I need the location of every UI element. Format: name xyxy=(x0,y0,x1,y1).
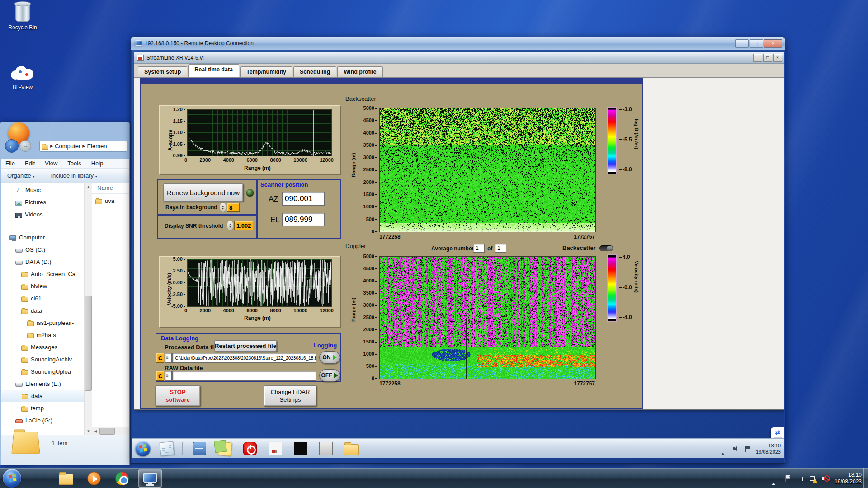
raw-path-browse-icon[interactable]: ⌸ xyxy=(165,371,172,381)
raw-logging-off-button[interactable]: OFF xyxy=(319,369,340,382)
menu-item[interactable]: Edit xyxy=(25,160,35,167)
tree-item-data-e[interactable]: data xyxy=(1,390,84,402)
tree-item-lacie-g[interactable]: LaCie (G:) xyxy=(1,414,84,427)
tree-item-pictures[interactable]: Pictures xyxy=(1,196,84,208)
remote-power-button[interactable] xyxy=(240,441,260,457)
ascope-plot[interactable] xyxy=(187,109,332,156)
menu-item[interactable]: File xyxy=(5,160,15,167)
tree-item-blview[interactable]: blview xyxy=(1,280,84,292)
breadcrumb-computer[interactable]: Computer xyxy=(55,143,80,150)
scroll-left-icon[interactable]: ◀ xyxy=(92,427,99,435)
remote-sticky-notes-button[interactable] xyxy=(215,441,235,457)
tree-item-cl61[interactable]: cl61 xyxy=(1,292,84,305)
remote-taskbar-divider[interactable] xyxy=(182,442,184,455)
backscatter-toggle[interactable] xyxy=(599,245,613,251)
tray-expand-arrow-icon[interactable] xyxy=(771,475,778,482)
organize-menu-button[interactable]: Organize ▾ xyxy=(7,172,34,179)
restart-processed-file-button[interactable]: Restart processed file xyxy=(214,340,277,352)
action-center-flag-icon[interactable] xyxy=(744,445,751,452)
tree-item-m2hats[interactable]: m2hats xyxy=(1,329,84,341)
menu-item[interactable]: Help xyxy=(91,160,104,167)
tab-system-setup[interactable]: System setup xyxy=(138,66,187,77)
remote-command-prompt-button[interactable] xyxy=(291,441,311,457)
remote-notepad-button[interactable] xyxy=(157,441,177,457)
tree-spacer[interactable] xyxy=(1,221,84,231)
stop-software-button[interactable]: STOPsoftware xyxy=(155,385,200,406)
scroll-down-icon[interactable]: ▼ xyxy=(85,427,92,435)
start-button[interactable] xyxy=(3,469,21,488)
raw-drive-selector[interactable]: C xyxy=(156,371,164,381)
address-bar[interactable]: ▶ Computer ▶ Elemen xyxy=(39,141,127,152)
tree-item-soundingupload[interactable]: SoundingUploa xyxy=(1,366,84,378)
scrollbar-thumb[interactable] xyxy=(99,428,115,435)
rays-value-field[interactable]: 8 xyxy=(227,203,240,212)
backscatter-heatmap[interactable] xyxy=(379,108,596,232)
menu-item[interactable]: Tools xyxy=(67,160,81,167)
raw-path-field[interactable] xyxy=(172,371,316,381)
breadcrumb-elements[interactable]: Elemen xyxy=(87,143,107,150)
snr-value-field[interactable]: 1.002 xyxy=(234,221,253,230)
taskbar-chrome-button[interactable] xyxy=(110,469,134,488)
average-number-field[interactable]: 1 xyxy=(473,244,485,253)
tree-item-temp[interactable]: temp xyxy=(1,402,84,414)
tree-item-messages[interactable]: Messages xyxy=(1,341,84,353)
rays-spinner[interactable]: ▲▼ xyxy=(220,202,226,212)
change-lidar-settings-button[interactable]: Change LiDARSettings xyxy=(264,385,316,406)
recycle-bin-desktop-icon[interactable]: Recycle Bin xyxy=(4,4,42,31)
tree-item-data-d[interactable]: DATA (D:) xyxy=(1,256,84,268)
taskbar-clock[interactable]: 18:10 16/08/2023 xyxy=(835,472,862,485)
processed-drive-selector[interactable]: C xyxy=(156,353,164,363)
tree-scrollbar[interactable]: ▲ ▼ xyxy=(84,183,92,435)
remote-start-button[interactable] xyxy=(135,441,151,456)
taskbar-internet-explorer-button[interactable] xyxy=(26,469,50,488)
bl-view-desktop-icon[interactable]: BL-View xyxy=(4,62,42,90)
close-button[interactable]: × xyxy=(764,39,782,48)
renew-background-button[interactable]: Renew background now xyxy=(163,183,243,202)
tree-item-data[interactable]: data xyxy=(1,305,84,317)
volume-icon[interactable] xyxy=(732,445,740,452)
tree-item-soundingarchive[interactable]: SoundingArchiv xyxy=(1,353,84,366)
tree-item-auto-screen-ca[interactable]: Auto_Screen_Ca xyxy=(1,268,84,280)
taskbar-explorer-button[interactable] xyxy=(54,469,78,488)
processed-logging-on-button[interactable]: ON xyxy=(319,351,340,364)
menu-item[interactable]: View xyxy=(45,160,57,167)
tree-item-music[interactable]: Music xyxy=(1,184,84,196)
tab-temp-humidity[interactable]: Temp/humidity xyxy=(240,66,292,77)
processed-path-field[interactable]: C:\Lidar\Data\Proc\2023\202308\20230816\… xyxy=(172,353,316,363)
minimize-button[interactable]: – xyxy=(753,54,762,62)
volume-muted-icon[interactable] xyxy=(822,475,829,482)
remote-control-panel-button[interactable] xyxy=(189,441,209,457)
rdp-title-bar[interactable]: 192.168.0.150 - Remote Desktop Connectio… xyxy=(131,37,785,50)
forward-button[interactable]: → xyxy=(19,140,31,152)
back-button[interactable]: ← xyxy=(5,139,19,153)
tree-item-iss1-purpleair[interactable]: iss1-purpleair- xyxy=(1,317,84,329)
file-list-hscrollbar[interactable]: ◀ xyxy=(92,427,129,435)
scrollbar-thumb[interactable] xyxy=(85,296,92,391)
remote-labview-xr-button[interactable] xyxy=(265,441,285,457)
maximize-button[interactable]: □ xyxy=(750,39,763,48)
network-warning-icon[interactable] xyxy=(809,475,816,482)
processed-path-browse-icon[interactable]: ⌸ xyxy=(165,353,172,363)
close-button[interactable]: × xyxy=(773,54,782,62)
remote-folder-button[interactable] xyxy=(341,441,361,457)
tray-expand-arrow-icon[interactable] xyxy=(721,445,728,452)
remote-clock[interactable]: 18:10 16/08/2023 xyxy=(756,442,781,455)
restore-button[interactable]: □ xyxy=(763,54,772,62)
taskbar-media-player-button[interactable] xyxy=(82,469,106,488)
tree-item-os-c[interactable]: OS (C:) xyxy=(1,244,84,256)
snr-spinner[interactable]: ▲▼ xyxy=(227,221,233,230)
include-in-library-button[interactable]: Include in library ▾ xyxy=(51,172,97,179)
taskbar-rdp-button[interactable] xyxy=(138,469,162,488)
tree-item-computer[interactable]: Computer xyxy=(1,231,84,244)
tab-real-time-data[interactable]: Real time data xyxy=(188,64,239,77)
minimize-button[interactable]: – xyxy=(735,39,749,48)
file-item-uva[interactable]: uva_ xyxy=(92,194,129,204)
column-header-name[interactable]: Name xyxy=(92,183,129,194)
tab-wind-profile[interactable]: Wind profile xyxy=(337,66,382,77)
streamline-title-bar[interactable]: StreamLine XR v14-6.vi – □ × xyxy=(134,52,784,64)
velocity-plot[interactable] xyxy=(187,259,332,307)
az-value-field[interactable]: 090.001 xyxy=(282,192,325,206)
tree-item-elements-e[interactable]: Elements (E:) xyxy=(1,378,84,390)
tree-item-videos[interactable]: Videos xyxy=(1,208,84,221)
tab-scheduling[interactable]: Scheduling xyxy=(293,66,336,77)
